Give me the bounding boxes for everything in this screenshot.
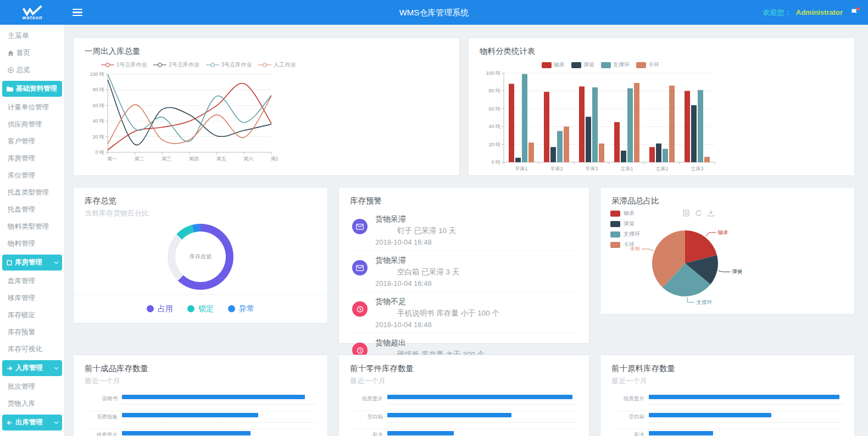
card-title-finished: 前十成品库存数量: [85, 363, 316, 374]
legend-item-人工作业[interactable]: 人工作业: [258, 61, 296, 69]
svg-text:立库3: 立库3: [691, 166, 703, 172]
sidebar-item-label: 货物入库: [8, 399, 35, 409]
sidebar-item-客户管理[interactable]: 客户管理: [0, 133, 64, 150]
svg-text:100 吨: 100 吨: [90, 71, 104, 77]
svg-text:0 吨: 0 吨: [491, 159, 500, 165]
sidebar-item-总览[interactable]: 总览: [0, 62, 64, 79]
hbar-row: 纸质垫片: [611, 394, 843, 412]
card-stagnant-share: 呆滞品总占比 轴承弹簧支撑环卡环 轴承弹簧支撑环卡环: [600, 187, 855, 314]
sidebar-item-物料类型管理[interactable]: 物料类型管理: [0, 218, 64, 235]
sidebar-item-库存可视化[interactable]: 库存可视化: [0, 341, 64, 358]
alert-detail: 空白箱 已呆滞 3 天: [375, 267, 459, 277]
legend-item-卡环[interactable]: 卡环: [636, 61, 659, 69]
app-title: WMS仓库管理系统: [399, 0, 469, 25]
svg-text:周一: 周一: [107, 156, 117, 162]
bar-label: 空白箱: [611, 412, 644, 421]
sidebar-item-库房管理[interactable]: 库房管理: [2, 255, 62, 271]
user-box: 欢迎您： Administrator: [763, 8, 868, 18]
card-top-parts: 前十零件库存数量 最近一个月 纸质垫片空白箱彩卡说明书: [338, 355, 589, 436]
sidebar-item-托盘类型管理[interactable]: 托盘类型管理: [0, 184, 64, 201]
svg-text:轴承: 轴承: [718, 229, 729, 235]
bar: [649, 413, 771, 417]
sidebar-item-label: 库存预警: [8, 328, 35, 337]
sidebar-item-托盘管理[interactable]: 托盘管理: [0, 201, 64, 218]
sidebar-item-label: 批次管理: [8, 382, 35, 391]
legend-item-2号立库作业[interactable]: 2号立库作业: [153, 61, 199, 69]
svg-text:周三: 周三: [162, 156, 171, 162]
menu-toggle-icon[interactable]: [73, 7, 82, 18]
sidebar-section-label: 主菜单: [0, 25, 64, 45]
card-title-inventory: 库存总览: [85, 196, 316, 206]
sidebar-item-label: 库房管理: [15, 258, 42, 267]
legend-item-锁定[interactable]: 锁定: [187, 304, 214, 314]
sidebar-item-库房管理[interactable]: 库房管理: [0, 150, 64, 167]
notification-flag-icon[interactable]: [850, 8, 858, 16]
alert-list-item[interactable]: 货物呆滞空白箱 已呆滞 3 天2018-10-04 16:48: [350, 251, 578, 292]
logo[interactable]: watson: [0, 0, 65, 25]
warehouse-icon: [7, 260, 12, 266]
legend-item-异常[interactable]: 异常: [228, 304, 254, 314]
stagnant-pie-chart: 轴承弹簧支撑环卡环: [608, 216, 778, 310]
sidebar-item-label: 库位管理: [8, 171, 35, 180]
svg-text:卡环: 卡环: [630, 246, 641, 252]
alert-list-item[interactable]: 货物呆滞钉子 已呆滞 10 天2018-10-04 16:48: [350, 209, 578, 251]
sidebar: 主菜单 首页总览基础资料管理计量单位管理供应商管理客户管理库房管理库位管理托盘类…: [0, 25, 65, 436]
svg-text:周五: 周五: [216, 156, 226, 162]
svg-text:80 吨: 80 吨: [488, 88, 500, 93]
sidebar-item-基础资料管理[interactable]: 基础资料管理: [2, 81, 62, 97]
legend-item-支撑环[interactable]: 支撑环: [601, 61, 630, 69]
svg-text:0 吨: 0 吨: [95, 150, 104, 155]
sidebar-item-计量单位管理[interactable]: 计量单位管理: [0, 99, 64, 116]
sidebar-item-货物出库[interactable]: 货物出库: [0, 433, 64, 436]
sidebar-item-物料管理[interactable]: 物料管理: [0, 235, 64, 252]
sidebar-item-供应商管理[interactable]: 供应商管理: [0, 116, 64, 133]
legend-item-弹簧[interactable]: 弹簧: [571, 61, 594, 69]
legend-item-3号立库作业[interactable]: 3号立库作业: [206, 61, 252, 69]
sidebar-item-首页[interactable]: 首页: [0, 45, 64, 62]
legend-item-轴承[interactable]: 轴承: [542, 61, 565, 69]
sidebar-item-库位管理[interactable]: 库位管理: [0, 167, 64, 184]
app: watson WMS仓库管理系统 欢迎您： Administrator 主菜单 …: [0, 0, 868, 436]
card-inventory-overview: 库存总览 当前库存货物百分比 库存总览 占用锁定异常: [73, 187, 328, 323]
card-top-raw: 前十原料库存数量 最近一个月 纸质垫片空白箱彩卡说明书: [600, 355, 855, 436]
bar: [122, 431, 251, 435]
alert-detail: 手机说明书 库存量 小于 100 个: [375, 308, 499, 318]
sidebar-item-入库管理[interactable]: 入库管理: [2, 360, 62, 376]
sidebar-item-label: 首页: [16, 48, 30, 58]
hbar-row: 纸质垫片: [85, 430, 316, 436]
overview-icon: [8, 67, 14, 73]
svg-text:平库3: 平库3: [585, 166, 598, 172]
alert-time: 2018-10-04 16:48: [375, 321, 499, 329]
legend-item-占用[interactable]: 占用: [147, 304, 173, 314]
sidebar-item-移库管理[interactable]: 移库管理: [0, 290, 64, 307]
sidebar-item-批次管理[interactable]: 批次管理: [0, 378, 64, 395]
svg-text:40 吨: 40 吨: [92, 118, 104, 124]
sidebar-item-库存预警[interactable]: 库存预警: [0, 324, 64, 341]
sidebar-item-盘库管理[interactable]: 盘库管理: [0, 273, 64, 290]
sidebar-item-label: 物料类型管理: [8, 222, 49, 231]
svg-text:平库2: 平库2: [550, 166, 563, 172]
sidebar-item-label: 入库管理: [15, 363, 43, 373]
inventory-donut-chart: 库存总览: [168, 224, 233, 290]
svg-text:弹簧: 弹簧: [732, 268, 743, 274]
bar: [122, 395, 305, 399]
material-bar-chart: 0 吨20 吨40 吨60 吨80 吨100 吨平库1平库2平库3立库1立库2立…: [480, 69, 843, 176]
bar-label: 彩卡: [611, 430, 644, 436]
sidebar-item-库存锁定[interactable]: 库存锁定: [0, 307, 64, 324]
card-inventory-alerts: 库存预警 货物呆滞钉子 已呆滞 10 天2018-10-04 16:48货物呆滞…: [338, 187, 589, 344]
hbar-row: 瓦楞纸板: [85, 412, 316, 430]
alert-list-item[interactable]: 货物不足手机说明书 库存量 小于 100 个2018-10-04 16:48: [350, 292, 578, 333]
bar-label: 说明书: [85, 394, 118, 402]
alert-time: 2018-10-04 16:48: [375, 279, 459, 288]
sidebar-item-出库管理[interactable]: 出库管理: [2, 415, 62, 431]
bar: [387, 413, 511, 417]
legend-item-1号立库作业[interactable]: 1号立库作业: [101, 61, 147, 69]
svg-text:60 吨: 60 吨: [488, 106, 500, 112]
username[interactable]: Administrator: [796, 8, 843, 16]
hbar-row: 纸质垫片: [350, 394, 578, 412]
card-title-stagnant: 呆滞品总占比: [611, 196, 843, 206]
sidebar-item-货物入库[interactable]: 货物入库: [0, 395, 64, 412]
chevron-down-icon: [54, 261, 59, 264]
card-subtitle-inventory: 当前库存货物百分比: [85, 208, 316, 218]
arrow-right-icon: [7, 366, 13, 371]
